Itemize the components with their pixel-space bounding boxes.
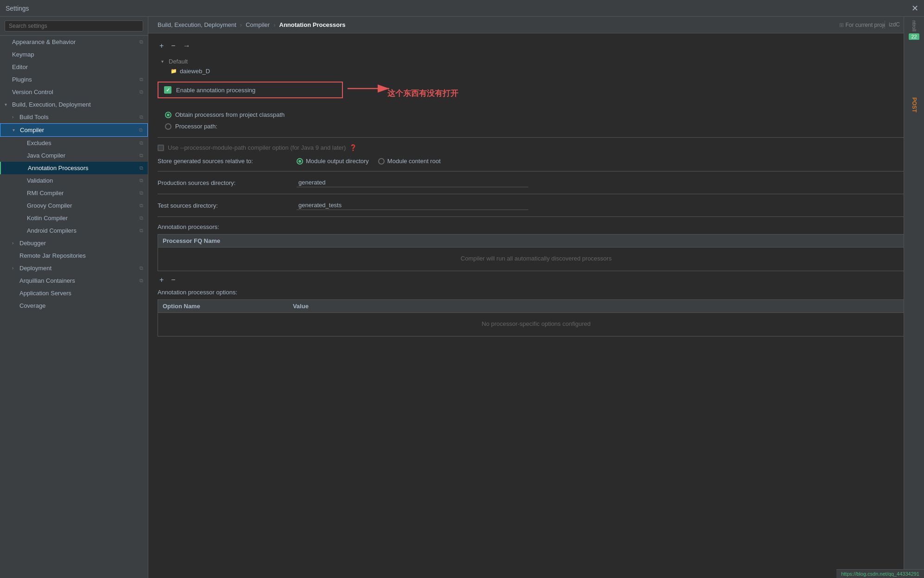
tree-child-node[interactable]: 📁 daieweb_D xyxy=(158,66,915,76)
sidebar-item-kotlin-compiler[interactable]: Kotlin Compiler⧉ xyxy=(0,212,148,224)
right-panel-label: ntroll xyxy=(911,20,917,32)
search-input[interactable] xyxy=(5,20,143,32)
sidebar-item-rmi-compiler[interactable]: RMI Compiler⧉ xyxy=(0,187,148,199)
store-generated-row: Store generated sources relative to: Mod… xyxy=(158,158,915,165)
module-output-radio[interactable] xyxy=(297,158,303,165)
enable-annotation-row[interactable]: Enable annotation processing xyxy=(158,82,343,98)
copy-icon: ⧉ xyxy=(139,152,143,159)
copy-icon: ⧉ xyxy=(139,178,143,184)
breadcrumb-part2: Compiler xyxy=(246,21,270,28)
sidebar-item-keymap[interactable]: Keymap xyxy=(0,48,148,61)
close-button[interactable]: ✕ xyxy=(911,4,918,13)
copy-icon: ⧉ xyxy=(139,228,143,234)
sidebar-item-label: Excludes xyxy=(27,140,51,146)
sidebar-item-label: Java Compiler xyxy=(27,152,65,159)
sidebar-item-compiler[interactable]: ▾Compiler⧉ xyxy=(0,123,148,137)
copy-icon: ⧉ xyxy=(139,190,143,196)
sidebar-item-annotation-processors[interactable]: Annotation Processors⧉ xyxy=(0,162,148,174)
tree-child-label: daieweb_D xyxy=(180,68,210,75)
sidebar-item-label: Appearance & Behavior xyxy=(12,38,76,45)
sidebar: Appearance & Behavior⧉KeymapEditorPlugin… xyxy=(0,17,148,578)
copy-icon: ⧉ xyxy=(139,114,143,120)
add-button[interactable]: + xyxy=(158,41,165,51)
add-processor-button[interactable]: + xyxy=(158,275,165,285)
sidebar-item-build-tools[interactable]: ›Build Tools⧉ xyxy=(0,111,148,123)
content-body: + − → ▾ Default 📁 daieweb_D Enabl xyxy=(148,33,924,578)
chevron-icon: › xyxy=(12,266,18,271)
url-bar: https://blog.csdn.net/qq_44334291 xyxy=(836,569,924,578)
chevron-icon: › xyxy=(12,241,18,246)
sidebar-item-android-compilers[interactable]: Android Compilers⧉ xyxy=(0,224,148,237)
sidebar-item-label: Coverage xyxy=(19,302,45,309)
sidebar-item-appearance[interactable]: Appearance & Behavior⧉ xyxy=(0,36,148,48)
copy-icon: ⧉ xyxy=(139,127,143,133)
sidebar-item-plugins[interactable]: Plugins⧉ xyxy=(0,73,148,86)
obtain-processors-radio[interactable] xyxy=(165,112,171,118)
sidebar-item-excludes[interactable]: Excludes⧉ xyxy=(0,137,148,149)
value-header: Value xyxy=(293,303,309,310)
module-path-row: Use --processor-module-path compiler opt… xyxy=(158,144,915,151)
processor-path-row[interactable]: Processor path: 📂 xyxy=(165,122,915,131)
production-dir-row: Production sources directory: xyxy=(158,178,915,187)
annotation-processors-table: Processor FQ Name Compiler will run all … xyxy=(158,234,915,271)
module-content-option[interactable]: Module content root xyxy=(378,158,441,165)
remove-processor-button[interactable]: − xyxy=(169,275,177,285)
navigate-button[interactable]: → xyxy=(181,41,192,51)
sidebar-item-editor[interactable]: Editor xyxy=(0,61,148,73)
remove-button[interactable]: − xyxy=(169,41,177,51)
post-label: POST xyxy=(911,97,918,113)
module-output-option[interactable]: Module output directory xyxy=(297,158,369,165)
module-output-label: Module output directory xyxy=(306,158,369,165)
sidebar-item-label: Application Servers xyxy=(19,290,71,297)
sidebar-item-java-compiler[interactable]: Java Compiler⧉ xyxy=(0,149,148,162)
divider-2 xyxy=(158,171,915,171)
sidebar-item-version-control[interactable]: Version Control⧉ xyxy=(0,86,148,98)
module-content-radio[interactable] xyxy=(378,158,385,165)
radio-group: Obtain processors from project classpath… xyxy=(165,111,915,131)
test-dir-input[interactable] xyxy=(297,201,528,210)
breadcrumb-bar: Build, Execution, Deployment › Compiler … xyxy=(148,17,924,33)
divider-3 xyxy=(158,194,915,194)
module-path-checkbox[interactable] xyxy=(158,145,164,151)
sidebar-item-label: Build Tools xyxy=(19,114,49,121)
divider-1 xyxy=(158,137,915,138)
help-icon[interactable]: ❓ xyxy=(349,144,357,151)
right-side-decorator: izdC xyxy=(885,20,904,29)
small-toolbar: + − xyxy=(158,275,915,285)
obtain-processors-row[interactable]: Obtain processors from project classpath xyxy=(165,111,915,118)
copy-icon: ⧉ xyxy=(139,203,143,209)
tree-default-node[interactable]: ▾ Default xyxy=(158,57,915,66)
sidebar-item-build-exec[interactable]: ▾Build, Execution, Deployment xyxy=(0,98,148,111)
enable-annotation-checkbox[interactable] xyxy=(164,86,171,94)
sidebar-item-debugger[interactable]: ›Debugger xyxy=(0,237,148,249)
chevron-icon: ▾ xyxy=(5,102,10,107)
window-title: Settings xyxy=(6,5,29,12)
production-dir-input[interactable] xyxy=(297,178,528,187)
tree-default-label: Default xyxy=(169,58,188,65)
sidebar-item-arquillian[interactable]: Arquillian Containers⧉ xyxy=(0,274,148,287)
annotation-processors-section: Annotation processors: xyxy=(158,223,915,230)
sidebar-item-label: RMI Compiler xyxy=(27,190,63,197)
processor-path-radio[interactable] xyxy=(165,123,171,130)
table-header: Processor FQ Name xyxy=(158,235,914,248)
sidebar-item-groovy-compiler[interactable]: Groovy Compiler⧉ xyxy=(0,199,148,212)
copy-icon: ⧉ xyxy=(139,39,143,45)
sidebar-item-label: Validation xyxy=(27,177,53,184)
right-panel-badge: 22 xyxy=(909,33,919,40)
copy-icon: ⧉ xyxy=(139,265,143,271)
sidebar-item-remote-jar[interactable]: Remote Jar Repositories xyxy=(0,249,148,262)
store-generated-label: Store generated sources relative to: xyxy=(158,158,297,165)
chevron-icon: › xyxy=(12,114,18,120)
copy-icon: ⧉ xyxy=(139,140,143,146)
sidebar-item-validation[interactable]: Validation⧉ xyxy=(0,174,148,187)
breadcrumb-sep2: › xyxy=(273,21,275,28)
breadcrumb: Build, Execution, Deployment › Compiler … xyxy=(158,21,346,28)
default-tree: ▾ Default 📁 daieweb_D xyxy=(158,57,915,76)
chinese-note: 这个东西有没有打开 xyxy=(387,88,458,99)
sidebar-item-label: Remote Jar Repositories xyxy=(19,252,86,259)
breadcrumb-part1: Build, Execution, Deployment xyxy=(158,21,236,28)
right-panel: ntroll 22 POST izdC xyxy=(904,17,924,578)
sidebar-item-deployment[interactable]: ›Deployment⧉ xyxy=(0,262,148,274)
sidebar-item-coverage[interactable]: Coverage xyxy=(0,299,148,312)
sidebar-item-app-servers[interactable]: Application Servers xyxy=(0,287,148,299)
